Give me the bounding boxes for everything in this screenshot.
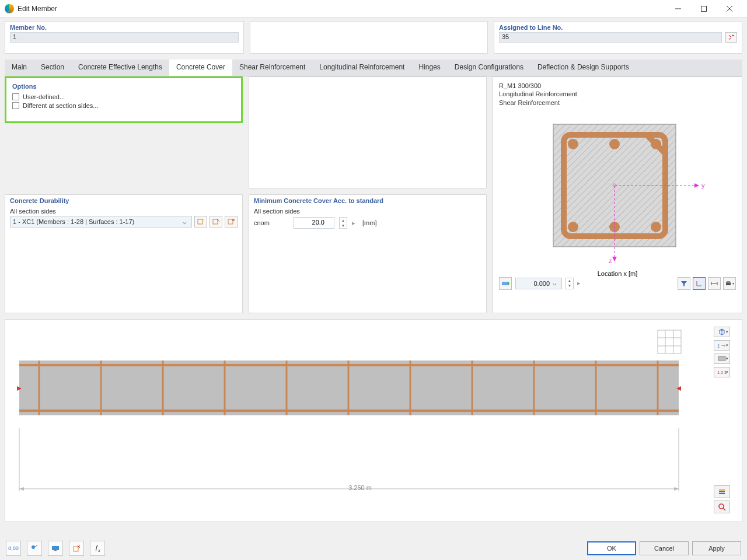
tab-main[interactable]: Main: [5, 60, 34, 76]
member-no-title: Member No.: [10, 24, 239, 31]
cnom-unit: [mm]: [362, 219, 376, 226]
svg-marker-62: [19, 487, 24, 491]
svg-point-21: [651, 222, 661, 232]
app-icon: [5, 4, 14, 13]
location-step-right[interactable]: ▸: [577, 279, 583, 287]
durability-subhead: All section sides: [10, 208, 238, 215]
durability-panel: Concrete Durability All section sides 1 …: [5, 194, 243, 313]
minimize-button[interactable]: [665, 1, 691, 17]
section-shear-reinf: Shear Reinforcement: [499, 99, 736, 107]
elevation-zoom-button[interactable]: [714, 501, 730, 513]
tab-concrete-lengths[interactable]: Concrete Effective Lengths: [71, 60, 169, 76]
svg-rect-5: [198, 219, 203, 224]
svg-rect-64: [718, 356, 725, 360]
member-no-panel: Member No. 1: [5, 21, 244, 54]
titlebar: Edit Member: [0, 0, 747, 18]
chevron-down-icon: ⌵: [180, 218, 189, 226]
help-button[interactable]: [27, 541, 42, 556]
tab-shear-reinf[interactable]: Shear Reinforcement: [232, 60, 312, 76]
screen-button[interactable]: [48, 541, 63, 556]
svg-text:y: y: [701, 182, 705, 189]
svg-rect-6: [213, 219, 218, 224]
cnom-spinner[interactable]: ▲▼: [339, 217, 347, 229]
units-button[interactable]: 0,00: [6, 541, 21, 556]
svg-line-69: [723, 508, 725, 510]
assigned-value: 35: [499, 32, 722, 43]
section-name: R_M1 300/300: [499, 82, 736, 90]
svg-rect-1: [701, 6, 707, 11]
svg-marker-30: [508, 281, 509, 286]
maximize-button[interactable]: [691, 1, 717, 17]
print-button[interactable]: ▾: [723, 277, 736, 290]
mid-spacer-panel: [249, 76, 487, 188]
tab-design-config[interactable]: Design Configurations: [448, 60, 530, 76]
view-axis-button[interactable]: ↕→: [714, 340, 730, 351]
tab-hinges[interactable]: Hinges: [411, 60, 447, 76]
assigned-title: Assigned to Line No.: [499, 24, 737, 31]
section-long-reinf: Longitudinal Reinforcement: [499, 90, 736, 98]
options-panel: Options User-defined... Different at sec…: [5, 76, 243, 123]
footer: 0,00 ƒx OK Cancel Apply: [0, 537, 747, 560]
svg-rect-71: [52, 546, 59, 550]
durability-edit-button[interactable]: [210, 216, 222, 228]
pick-line-button[interactable]: [725, 32, 737, 43]
svg-point-16: [568, 139, 578, 149]
section-view-panel: R_M1 300/300 Longitudinal Reinforcement …: [493, 76, 742, 313]
cnom-label: cnom: [254, 219, 289, 226]
svg-point-4: [732, 35, 734, 36]
view-numbers-button[interactable]: 1 2 3: [714, 367, 730, 377]
location-label: Location x [m]: [499, 270, 736, 277]
svg-rect-8: [228, 219, 233, 224]
axes-toggle-button[interactable]: [693, 277, 706, 290]
dimensions-toggle-button[interactable]: [708, 277, 721, 290]
durability-delete-button[interactable]: [225, 216, 238, 228]
durability-combo[interactable]: 1 - XC1 (Members : 1-28 | Surfaces : 1-1…: [10, 216, 192, 228]
svg-point-68: [719, 504, 724, 509]
durability-title: Concrete Durability: [10, 197, 238, 204]
filter-button[interactable]: [678, 277, 690, 290]
tab-concrete-cover[interactable]: Concrete Cover: [169, 60, 232, 76]
member-no-value: 1: [10, 32, 239, 43]
svg-point-70: [32, 545, 35, 549]
tab-section[interactable]: Section: [34, 60, 71, 76]
min-cover-subhead: All section sides: [254, 208, 481, 215]
view-display-button[interactable]: [714, 354, 730, 364]
close-button[interactable]: [717, 1, 742, 17]
location-value[interactable]: 0.000 ⌵: [515, 278, 562, 289]
chevron-down-icon: ⌵: [550, 279, 559, 287]
feature-button[interactable]: [69, 541, 84, 556]
view-iso-button[interactable]: [714, 327, 730, 337]
window-title: Edit Member: [18, 5, 57, 13]
user-defined-checkbox[interactable]: [12, 93, 19, 100]
diff-sides-label: Different at section sides...: [23, 102, 98, 109]
cnom-value[interactable]: 20.0: [294, 217, 334, 229]
svg-rect-73: [74, 547, 78, 551]
svg-point-17: [609, 139, 620, 149]
cancel-button[interactable]: Cancel: [640, 541, 689, 555]
elevation-panel: 3.250 m ↕→ 1 2 3: [5, 319, 742, 522]
script-button[interactable]: ƒx: [90, 541, 105, 556]
svg-point-18: [651, 139, 661, 149]
user-defined-label: User-defined...: [23, 93, 65, 100]
section-drawing: y z: [499, 107, 736, 270]
durability-new-button[interactable]: [194, 216, 207, 228]
section-goto-start-button[interactable]: [499, 277, 512, 290]
svg-rect-29: [502, 282, 508, 285]
elevation-length: 3.250 m: [25, 484, 695, 491]
options-title: Options: [12, 83, 235, 90]
tab-long-reinf[interactable]: Longitudinal Reinforcement: [312, 60, 411, 76]
tab-deflection[interactable]: Deflection & Design Supports: [530, 60, 636, 76]
diff-sides-checkbox[interactable]: [12, 102, 19, 109]
elevation-list-button[interactable]: [714, 485, 730, 498]
svg-text:z: z: [609, 257, 612, 264]
step-right-icon[interactable]: ▸: [352, 219, 358, 227]
svg-point-19: [568, 222, 578, 232]
tabbar: Main Section Concrete Effective Lengths …: [5, 60, 742, 76]
min-cover-title: Minimum Concrete Cover Acc. to standard: [254, 197, 481, 204]
location-spinner[interactable]: ▲▼: [566, 278, 574, 289]
apply-button[interactable]: Apply: [692, 541, 741, 555]
ok-button[interactable]: OK: [587, 541, 636, 555]
min-cover-panel: Minimum Concrete Cover Acc. to standard …: [249, 194, 487, 313]
svg-rect-37: [727, 281, 730, 283]
assigned-panel: Assigned to Line No. 35: [494, 21, 742, 54]
